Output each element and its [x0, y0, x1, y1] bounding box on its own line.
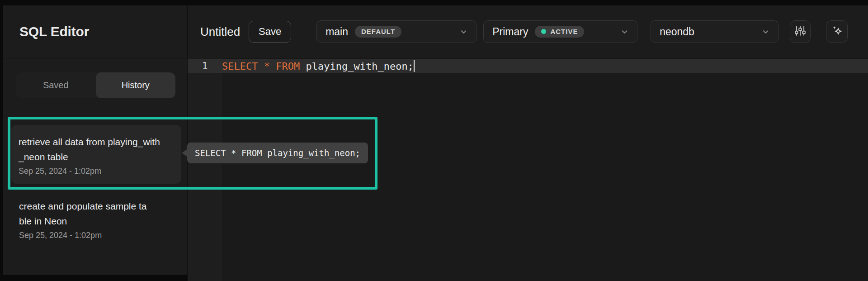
- history-item-title: create and populate sample table in Neon: [19, 199, 150, 229]
- chevron-down-icon: [621, 28, 628, 36]
- ai-assistant-button[interactable]: [826, 20, 848, 43]
- branch-select[interactable]: main DEFAULT: [316, 20, 476, 43]
- sql-star: *: [264, 61, 276, 72]
- history-item-title: retrieve all data from playing_with_neon…: [19, 134, 161, 164]
- line-number-gutter: [188, 58, 222, 281]
- sidebar: SQL Editor Saved History retrieve all da…: [3, 5, 188, 275]
- branch-name: main: [326, 26, 348, 38]
- database-select[interactable]: neondb: [651, 20, 778, 43]
- code-text: SELECT * FROM playing_with_neon;: [222, 60, 415, 72]
- sliders-icon: [794, 24, 807, 39]
- history-item-timestamp: Sep 25, 2024 - 1:02pm: [19, 167, 174, 176]
- text-cursor: [414, 60, 415, 72]
- toolbar-divider: [819, 16, 819, 47]
- history-item-selected[interactable]: retrieve all data from playing_with_neon…: [11, 125, 181, 184]
- line-number: 1: [188, 60, 222, 71]
- toolbar: Untitled Save main DEFAULT Primary ACTIV…: [188, 5, 868, 58]
- sql-editor-app: SQL Editor Saved History retrieve all da…: [0, 0, 868, 281]
- compute-active-badge-label: ACTIVE: [550, 28, 578, 35]
- compute-select[interactable]: Primary ACTIVE: [483, 20, 637, 43]
- sql-identifier: playing_with_neon;: [306, 61, 413, 72]
- tab-saved[interactable]: Saved: [16, 72, 96, 98]
- chevron-down-icon: [460, 28, 467, 36]
- sidebar-divider: [3, 116, 187, 116]
- tooltip-arrow-icon: [182, 149, 188, 157]
- branch-default-badge: DEFAULT: [355, 26, 401, 38]
- save-button[interactable]: Save: [249, 21, 291, 43]
- page-title: SQL Editor: [19, 24, 89, 39]
- tab-history[interactable]: History: [96, 72, 176, 98]
- sidebar-header: SQL Editor: [3, 5, 187, 58]
- history-item-timestamp: Sep 25, 2024 - 1:02pm: [19, 231, 187, 240]
- sql-code-editor[interactable]: 1 SELECT * FROM playing_with_neon;: [188, 58, 868, 281]
- active-code-line[interactable]: 1 SELECT * FROM playing_with_neon;: [188, 59, 868, 73]
- tooltip-text: SELECT * FROM playing_with_neon;: [195, 148, 360, 158]
- query-preview-tooltip: SELECT * FROM playing_with_neon;: [187, 143, 368, 163]
- history-item[interactable]: create and populate sample table in Neon…: [3, 199, 187, 240]
- active-status-dot-icon: [541, 29, 546, 34]
- compute-active-badge: ACTIVE: [535, 26, 584, 38]
- sql-keyword: FROM: [276, 61, 306, 72]
- sql-keyword: SELECT: [222, 61, 264, 72]
- database-name: neondb: [660, 26, 694, 38]
- query-title: Untitled: [200, 25, 240, 39]
- saved-history-tabs: Saved History: [16, 72, 175, 98]
- toolbar-divider: [299, 5, 299, 58]
- chevron-down-icon: [762, 28, 769, 36]
- sparkles-icon: [830, 24, 844, 39]
- editor-settings-button[interactable]: [790, 20, 811, 43]
- compute-name: Primary: [492, 26, 528, 38]
